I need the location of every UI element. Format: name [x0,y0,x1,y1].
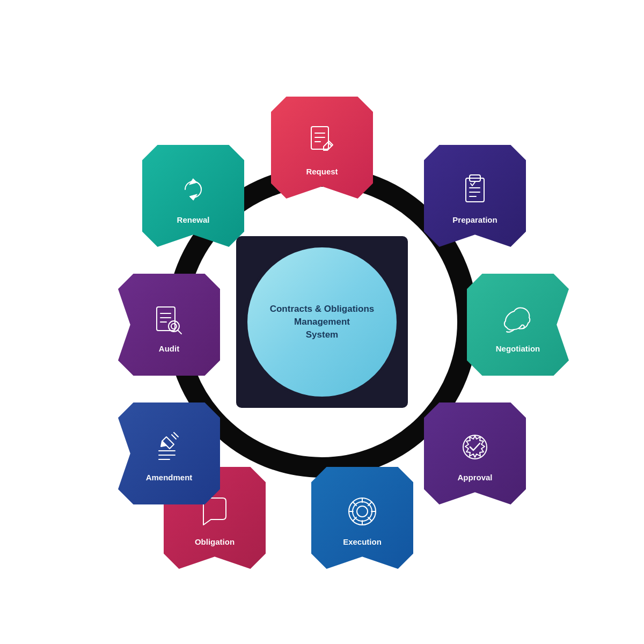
negotiation-icon [499,299,537,337]
preparation-icon [456,171,494,208]
stage-negotiation[interactable]: Negotiation [467,274,569,376]
approval-icon-area [453,426,496,469]
audit-icon-area [148,297,191,340]
renewal-label: Renewal [177,215,210,224]
stage-execution[interactable]: Execution [311,467,413,569]
execution-label: Execution [343,537,382,546]
negotiation-icon-area [496,297,539,340]
request-icon-area [301,120,343,163]
stage-preparation[interactable]: Preparation [424,145,526,247]
svg-point-11 [357,506,368,517]
audit-label: Audit [159,344,179,353]
svg-line-17 [172,435,176,439]
preparation-label: Preparation [452,215,497,224]
stage-renewal[interactable]: Renewal [142,145,244,247]
stage-request[interactable]: Request [271,97,373,199]
obligation-label: Obligation [195,537,235,546]
renewal-icon [174,171,212,208]
stage-audit[interactable]: Audit [118,274,220,376]
execution-icon [343,493,381,530]
audit-icon [150,299,188,337]
request-icon [303,122,341,160]
svg-line-18 [174,433,178,437]
execution-icon-area [341,490,384,533]
svg-point-25 [171,324,177,329]
amendment-icon [150,428,188,466]
amendment-icon-area [148,426,191,469]
renewal-icon-area [172,168,215,211]
diagram-container: Contracts & Obligations Management Syste… [80,80,564,564]
negotiation-label: Negotiation [496,344,540,353]
svg-line-24 [178,330,181,334]
svg-rect-19 [157,307,175,331]
amendment-label: Amendment [146,473,193,482]
center-title: Contracts & Obligations Management Syste… [270,303,375,341]
stage-approval[interactable]: Approval [424,402,526,504]
approval-label: Approval [457,473,492,482]
stage-amendment[interactable]: Amendment [118,402,220,504]
preparation-icon-area [453,168,496,211]
center-circle: Contracts & Obligations Management Syste… [244,244,400,400]
svg-point-12 [353,502,372,521]
approval-icon [456,428,494,466]
request-label: Request [306,167,338,176]
